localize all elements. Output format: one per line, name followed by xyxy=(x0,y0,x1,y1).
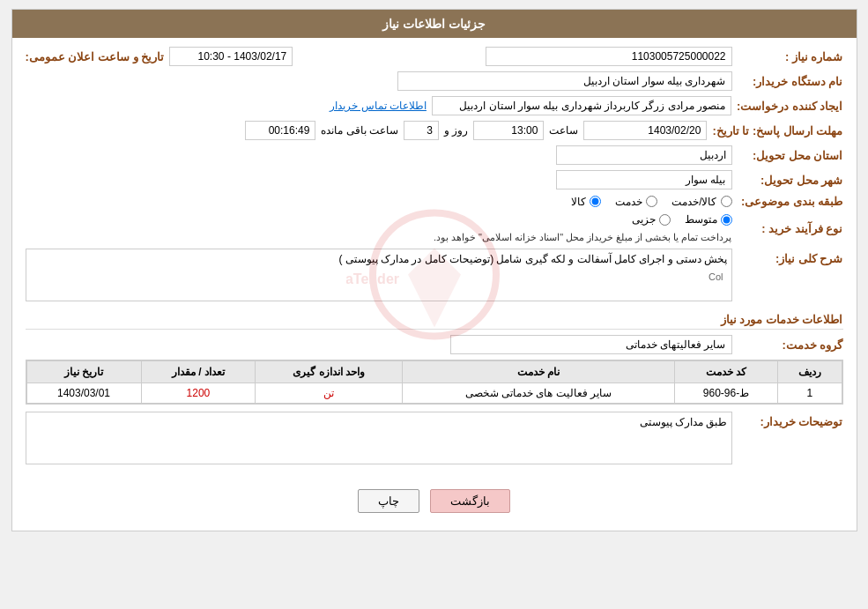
col-header-qty: تعداد / مقدار xyxy=(141,361,256,383)
purchase-type-label: نوع فرآیند خرید : xyxy=(738,222,843,235)
table-header-row: ردیف کد خدمت نام خدمت واحد اندازه گیری ت… xyxy=(26,361,842,383)
buyer-org-input xyxy=(397,71,732,91)
need-number-label: شماره نیاز : xyxy=(738,50,843,63)
announce-date-input xyxy=(169,47,293,66)
purchase-description: پرداخت تمام یا بخشی از مبلغ خریداز محل "… xyxy=(434,232,732,243)
days-input xyxy=(404,121,439,140)
purchase-radio-motavaset[interactable] xyxy=(721,214,732,226)
category-radio-kala-khedmat[interactable] xyxy=(721,196,732,207)
col-header-row-num: ردیف xyxy=(777,361,842,383)
cell-code: ط-96-960 xyxy=(674,383,777,404)
category-radio-group: کالا/خدمت خدمت کالا xyxy=(571,196,731,208)
buyer-notes-row: توضیحات خریدار: xyxy=(26,412,843,467)
creator-input xyxy=(432,96,731,115)
purchase-radio-group: متوسط جزیی xyxy=(434,213,732,226)
deadline-label: مهلت ارسال پاسخ: تا تاریخ: xyxy=(712,124,842,137)
content-area: AniaTender شماره نیاز : تاریخ و ساعت اعل… xyxy=(12,38,857,531)
service-group-input xyxy=(450,335,732,354)
purchase-option-jozii[interactable]: جزیی xyxy=(632,213,671,226)
category-option-khedmat[interactable]: خدمت xyxy=(615,196,657,208)
days-label: روز و xyxy=(444,124,468,137)
remaining-input xyxy=(245,121,315,140)
back-button[interactable]: بازگشت xyxy=(430,489,510,513)
services-table-container: ردیف کد خدمت نام خدمت واحد اندازه گیری ت… xyxy=(26,360,843,405)
cell-row-num: 1 xyxy=(777,383,842,404)
col-badge: Col xyxy=(708,271,723,282)
category-row: طبقه بندی موضوعی: کالا/خدمت خدمت کالا xyxy=(26,195,843,208)
buyer-notes-textarea[interactable] xyxy=(26,412,732,464)
service-group-label: گروه خدمت: xyxy=(738,338,843,352)
creator-label: ایجاد کننده درخواست: xyxy=(737,100,843,113)
category-option-kala-khedmat[interactable]: کالا/خدمت xyxy=(671,196,731,208)
cell-qty: 1200 xyxy=(141,383,256,404)
contact-link[interactable]: اطلاعات تماس خریدار xyxy=(330,100,427,112)
deadline-date-input xyxy=(583,121,707,140)
print-button[interactable]: چاپ xyxy=(358,489,419,513)
deadline-row: مهلت ارسال پاسخ: تا تاریخ: ساعت روز و سا… xyxy=(26,121,843,140)
need-number-input xyxy=(486,47,732,66)
category-radio-kala[interactable] xyxy=(590,196,601,207)
category-option-kala[interactable]: کالا xyxy=(571,196,601,208)
services-table: ردیف کد خدمت نام خدمت واحد اندازه گیری ت… xyxy=(26,360,842,404)
creator-row: ایجاد کننده درخواست: اطلاعات تماس خریدار xyxy=(26,96,843,115)
purchase-type-row: نوع فرآیند خرید : متوسط جزیی پرداخت تمام… xyxy=(26,213,843,243)
province-input xyxy=(556,145,732,165)
main-container: جزئیات اطلاعات نیاز AniaTender شماره نیا… xyxy=(11,9,857,531)
col-header-code: کد خدمت xyxy=(674,361,777,383)
table-row: 1 ط-96-960 سایر فعالیت های خدماتی شخصی ت… xyxy=(26,383,842,404)
need-number-row: شماره نیاز : تاریخ و ساعت اعلان عمومی: xyxy=(26,47,843,66)
category-radio-khedmat[interactable] xyxy=(646,196,657,207)
page-title: جزئیات اطلاعات نیاز xyxy=(382,17,486,31)
col-header-unit: واحد اندازه گیری xyxy=(256,361,402,383)
cell-unit: تن xyxy=(256,383,402,404)
cell-name: سایر فعالیت های خدماتی شخصی xyxy=(402,383,674,404)
buyer-org-row: نام دستگاه خریدار: xyxy=(26,71,843,91)
purchase-radio-jozii[interactable] xyxy=(659,214,671,226)
deadline-time-input xyxy=(473,121,544,140)
need-description-label: شرح کلی نیاز: xyxy=(738,252,843,265)
service-group-row: گروه خدمت: xyxy=(26,335,843,354)
buyer-notes-label: توضیحات خریدار: xyxy=(738,415,843,428)
buyer-org-label: نام دستگاه خریدار: xyxy=(738,75,843,88)
need-description-row: شرح کلی نیاز: Col xyxy=(26,249,843,304)
page-header: جزئیات اطلاعات نیاز xyxy=(12,10,857,38)
cell-date: 1403/03/01 xyxy=(26,383,141,404)
announce-date-label: تاریخ و ساعت اعلان عمومی: xyxy=(26,50,165,63)
button-row: بازگشت چاپ xyxy=(26,480,843,522)
province-row: استان محل تحویل: xyxy=(26,145,843,165)
purchase-option-motavaset[interactable]: متوسط xyxy=(685,213,732,226)
city-label: شهر محل تحویل: xyxy=(738,174,843,187)
time-label: ساعت xyxy=(549,124,578,137)
city-row: شهر محل تحویل: xyxy=(26,170,843,189)
col-header-name: نام خدمت xyxy=(402,361,674,383)
remaining-label: ساعت باقی مانده xyxy=(321,124,398,137)
province-label: استان محل تحویل: xyxy=(738,149,843,162)
category-label: طبقه بندی موضوعی: xyxy=(738,195,843,208)
col-header-date: تاریخ نیاز xyxy=(26,361,141,383)
services-info-title: اطلاعات خدمات مورد نیاز xyxy=(26,313,843,330)
need-description-textarea[interactable] xyxy=(26,249,732,301)
city-input xyxy=(556,170,732,189)
